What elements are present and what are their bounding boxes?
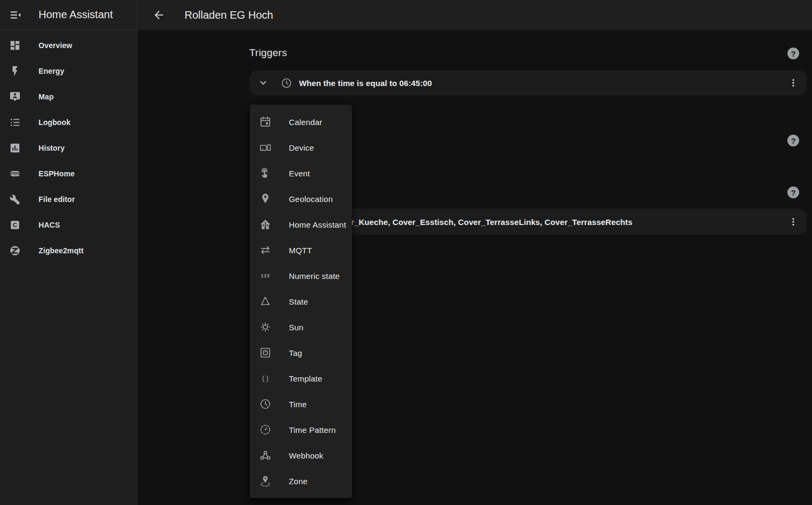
- devices-icon: [259, 141, 272, 154]
- trigger-row[interactable]: When the time is equal to 06:45:00: [250, 71, 807, 95]
- menu-item-device[interactable]: Device: [250, 135, 352, 160]
- chip-icon: [9, 167, 21, 180]
- menu-item-label: MQTT: [289, 246, 312, 255]
- trigger-summary: When the time is equal to 06:45:00: [299, 79, 432, 88]
- view-dashboard-icon: [9, 39, 21, 52]
- sidebar-item-file-editor[interactable]: File editor: [0, 187, 137, 212]
- menu-item-state[interactable]: State: [250, 289, 352, 314]
- topbar: Rolladen EG Hoch: [137, 0, 812, 30]
- clock-outline-icon: [259, 398, 272, 410]
- sidebar-item-label: Overview: [39, 41, 72, 50]
- sidebar-item-logbook[interactable]: Logbook: [0, 110, 137, 135]
- menu-item-template[interactable]: { } Template: [250, 366, 352, 391]
- sidebar-item-label: History: [39, 144, 65, 152]
- menu-item-event[interactable]: Event: [250, 160, 352, 186]
- menu-item-numeric-state[interactable]: 123 Numeric state: [250, 263, 352, 289]
- sidebar-item-label: Energy: [39, 67, 64, 75]
- svg-text:C: C: [13, 222, 17, 228]
- home-assistant-icon: [259, 218, 272, 231]
- menu-item-time-pattern[interactable]: Time Pattern: [250, 417, 352, 442]
- sidebar-item-label: Zigbee2mqtt: [39, 246, 83, 255]
- hacs-icon: C: [9, 219, 21, 231]
- svg-text:{ }: { }: [262, 375, 269, 382]
- menu-item-label: Webhook: [289, 451, 324, 460]
- sidebar-item-label: Logbook: [39, 118, 71, 127]
- sidebar-item-energy[interactable]: Energy: [0, 58, 137, 84]
- sidebar-header: Home Assistant: [0, 0, 137, 30]
- lightning-bolt-icon: [9, 65, 21, 77]
- sidebar-item-zigbee2mqtt[interactable]: Zigbee2mqtt: [0, 238, 137, 263]
- arrow-left-icon[interactable]: [148, 4, 170, 26]
- menu-item-time[interactable]: Time: [250, 391, 352, 417]
- sidebar-item-overview[interactable]: Overview: [0, 33, 137, 58]
- sun-icon: [259, 321, 272, 333]
- page-title: Rolladen EG Hoch: [185, 9, 273, 21]
- tooltip-account-icon: [9, 90, 21, 103]
- menu-item-label: Calendar: [289, 118, 322, 127]
- calendar-icon: [259, 115, 272, 128]
- menu-item-webhook[interactable]: Webhook: [250, 442, 352, 468]
- menu-item-zone[interactable]: Zone: [250, 468, 352, 494]
- menu-open-icon[interactable]: [5, 4, 26, 26]
- sidebar-item-label: Map: [39, 92, 53, 101]
- chart-box-icon: [9, 142, 21, 154]
- action-summary-partial: r_Kueche, Cover_Esstisch, Cover_Terrasse…: [351, 217, 632, 227]
- menu-item-label: Zone: [289, 477, 308, 486]
- swap-horizontal-icon: [259, 244, 272, 257]
- help-circle-icon[interactable]: ?: [787, 187, 799, 198]
- app-title: Home Assistant: [39, 9, 113, 21]
- menu-item-sun[interactable]: Sun: [250, 314, 352, 340]
- menu-item-label: Device: [289, 143, 314, 152]
- map-marker-radius-icon: [259, 475, 272, 487]
- menu-item-label: Template: [289, 374, 322, 383]
- zigbee-icon: [9, 244, 21, 257]
- sidebar-item-label: HACS: [39, 221, 60, 229]
- help-circle-icon[interactable]: ?: [787, 135, 799, 146]
- sidebar-item-label: File editor: [39, 195, 75, 204]
- menu-item-label: Time Pattern: [289, 425, 336, 434]
- sidebar: Home Assistant Overview Energy: [0, 0, 137, 505]
- menu-item-label: Event: [289, 169, 310, 178]
- sidebar-item-hacs[interactable]: C HACS: [0, 212, 137, 238]
- format-list-bulleted-icon: [9, 116, 21, 129]
- chevron-down-icon[interactable]: [257, 77, 269, 89]
- wrench-icon: [9, 193, 21, 206]
- clock-pattern-icon: [259, 423, 272, 436]
- menu-item-label: Sun: [289, 323, 303, 332]
- clock-icon: [280, 76, 293, 89]
- triggers-heading: Triggers: [249, 47, 287, 59]
- map-marker-icon: [259, 192, 272, 205]
- sidebar-item-esphome[interactable]: ESPHome: [0, 161, 137, 187]
- menu-item-label: Tag: [289, 348, 302, 358]
- help-circle-icon[interactable]: ?: [787, 48, 799, 59]
- menu-item-label: Numeric state: [289, 271, 340, 281]
- dots-vertical-icon[interactable]: [787, 76, 800, 89]
- nfc-tag-icon: [259, 346, 272, 359]
- menu-item-home-assistant[interactable]: Home Assistant: [250, 212, 352, 237]
- menu-item-calendar[interactable]: Calendar: [250, 109, 352, 135]
- sidebar-nav: Overview Energy Map: [0, 30, 137, 263]
- menu-item-label: State: [289, 297, 308, 306]
- sidebar-item-map[interactable]: Map: [0, 84, 137, 110]
- menu-item-mqtt[interactable]: MQTT: [250, 237, 352, 263]
- trigger-type-menu: Calendar Device Event Geolocation: [250, 105, 352, 498]
- numeric-123-icon: 123: [259, 269, 272, 282]
- gesture-double-tap-icon: [259, 167, 272, 180]
- state-machine-icon: [259, 295, 272, 308]
- menu-item-geolocation[interactable]: Geolocation: [250, 186, 352, 212]
- menu-item-label: Geolocation: [289, 195, 333, 204]
- menu-item-tag[interactable]: Tag: [250, 340, 352, 366]
- dots-vertical-icon[interactable]: [787, 215, 800, 228]
- sidebar-item-history[interactable]: History: [0, 135, 137, 161]
- sidebar-item-label: ESPHome: [39, 169, 75, 178]
- svg-text:123: 123: [261, 273, 270, 278]
- code-braces-icon: { }: [259, 372, 272, 385]
- menu-item-label: Home Assistant: [289, 220, 346, 229]
- menu-item-label: Time: [289, 400, 307, 409]
- webhook-icon: [259, 449, 272, 462]
